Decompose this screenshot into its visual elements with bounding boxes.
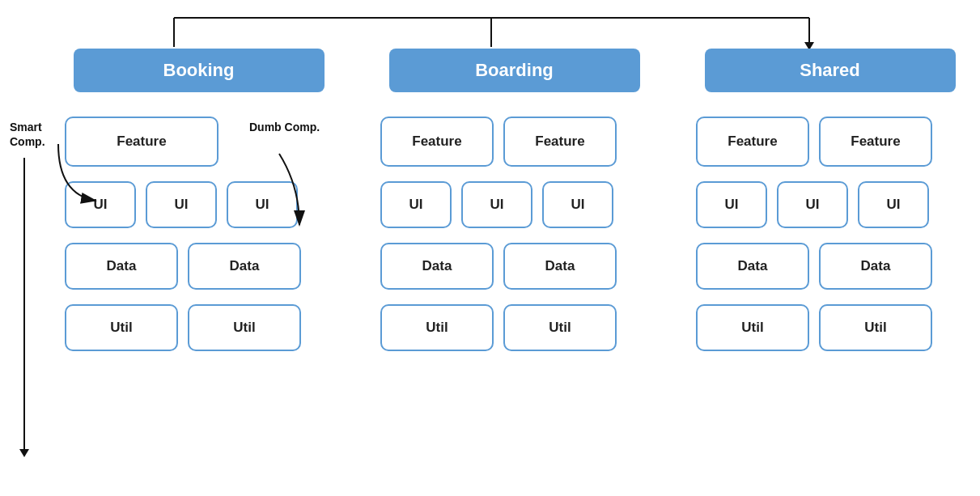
shared-util-2: Util [819, 304, 932, 351]
header-shared: Shared [705, 49, 956, 92]
boarding-data-2: Data [503, 243, 617, 290]
boarding-ui-3: UI [542, 181, 613, 228]
booking-data-1: Data [65, 243, 178, 290]
booking-data-row: Data Data [65, 243, 316, 290]
shared-ui-2: UI [777, 181, 848, 228]
svg-marker-6 [19, 449, 29, 457]
booking-feature-1: Feature [65, 117, 218, 167]
boarding-util-2: Util [503, 304, 617, 351]
shared-data-1: Data [696, 243, 809, 290]
smart-comp-label: SmartComp. [10, 120, 45, 149]
boarding-ui-row: UI UI UI [380, 181, 631, 228]
boarding-feature-row: Feature Feature [380, 117, 631, 167]
boarding-feature-1: Feature [380, 117, 494, 167]
header-booking: Booking [74, 49, 325, 92]
shared-data-2: Data [819, 243, 932, 290]
shared-feature-row: Feature Feature [696, 117, 947, 167]
booking-ui-row: UI UI UI [65, 181, 316, 228]
booking-util-1: Util [65, 304, 178, 351]
boarding-util-1: Util [380, 304, 494, 351]
boarding-column: Feature Feature UI UI UI Data Data Util … [380, 117, 631, 351]
shared-util-row: Util Util [696, 304, 947, 351]
diagram-container: SmartComp. Dumb Comp. Booking Boarding S… [0, 0, 980, 496]
boarding-ui-1: UI [380, 181, 452, 228]
boarding-data-row: Data Data [380, 243, 631, 290]
boarding-data-1: Data [380, 243, 494, 290]
boarding-util-row: Util Util [380, 304, 631, 351]
shared-feature-1: Feature [696, 117, 809, 167]
booking-ui-2: UI [146, 181, 217, 228]
columns-row: Feature UI UI UI Data Data Util Util [65, 117, 964, 351]
header-row: Booking Boarding Shared [65, 49, 964, 92]
booking-ui-3: UI [227, 181, 298, 228]
boarding-feature-2: Feature [503, 117, 617, 167]
booking-data-2: Data [188, 243, 301, 290]
shared-data-row: Data Data [696, 243, 947, 290]
shared-feature-2: Feature [819, 117, 932, 167]
shared-ui-1: UI [696, 181, 767, 228]
shared-util-1: Util [696, 304, 809, 351]
dumb-comp-label: Dumb Comp. [249, 120, 320, 134]
shared-ui-row: UI UI UI [696, 181, 947, 228]
boarding-ui-2: UI [461, 181, 532, 228]
booking-util-2: Util [188, 304, 301, 351]
header-boarding: Boarding [389, 49, 640, 92]
booking-util-row: Util Util [65, 304, 316, 351]
booking-ui-1: UI [65, 181, 136, 228]
shared-column: Feature Feature UI UI UI Data Data Util … [696, 117, 947, 351]
shared-ui-3: UI [858, 181, 929, 228]
booking-column: Feature UI UI UI Data Data Util Util [65, 117, 316, 351]
